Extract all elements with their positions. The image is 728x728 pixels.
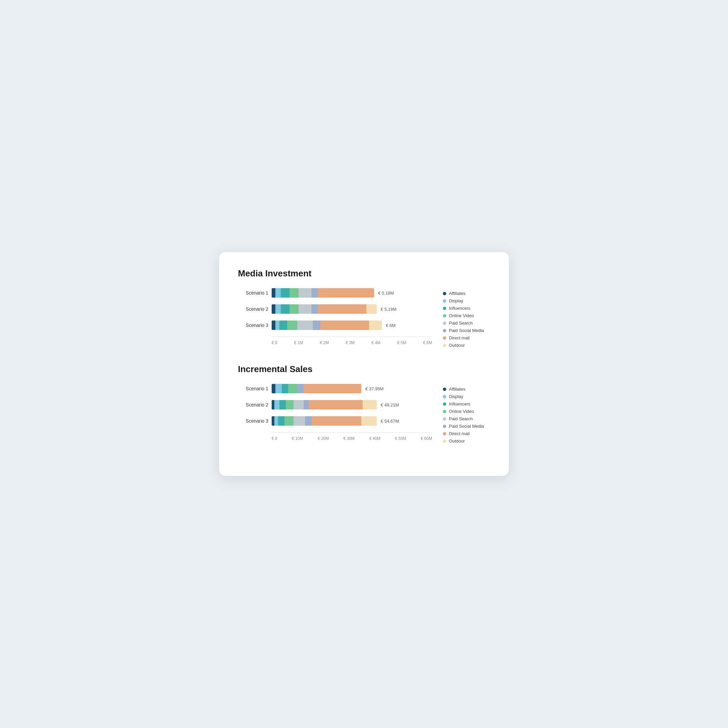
x-axis-label: € 50M	[395, 436, 406, 441]
legend-item: Affiliates	[443, 291, 490, 296]
bar-segment	[275, 304, 280, 314]
legend-label: Affiliates	[449, 387, 465, 392]
bar-segment	[304, 400, 309, 410]
bar-segment	[297, 384, 304, 393]
legend-dot	[443, 432, 446, 436]
stacked-bar	[272, 384, 361, 393]
bar-scenario-label: Scenario 1	[238, 290, 268, 295]
x-axis-label: € 0	[272, 340, 277, 345]
bar-segment	[289, 288, 298, 298]
bar-segment	[272, 304, 275, 314]
legend-item: Online Video	[443, 313, 490, 318]
x-axis-label: € 4M	[372, 340, 381, 345]
bar-scenario-label: Scenario 3	[238, 323, 268, 328]
media-investment-title: Media Investment	[238, 268, 490, 279]
incremental-sales-title: Incremental Sales	[238, 364, 490, 375]
x-axis-label: € 6M	[423, 340, 432, 345]
bar-segment	[318, 288, 374, 298]
bar-segment	[281, 288, 290, 298]
bar-wrapper: € 6M	[272, 321, 432, 330]
bar-segment	[362, 400, 377, 410]
x-axis-label: € 40M	[369, 436, 381, 441]
bar-segment	[275, 321, 279, 330]
legend-item: Direct mail	[443, 335, 490, 340]
bar-segment	[366, 304, 376, 314]
bar-segment	[320, 321, 369, 330]
legend-item: Paid Search	[443, 416, 490, 421]
legend-dot	[443, 292, 446, 295]
legend-label: Paid Search	[449, 321, 473, 326]
bar-segment	[282, 384, 288, 393]
bar-value-label: € 5,18M	[378, 291, 394, 295]
legend-item: Outdoor	[443, 439, 490, 444]
media-investment-chart-area: Scenario 1€ 5,18MScenario 2€ 5,18MScenar…	[238, 288, 490, 348]
legend-label: Outdoor	[449, 343, 465, 348]
bar-segment	[288, 384, 297, 393]
x-axis-label: € 3M	[346, 340, 355, 345]
legend-dot	[443, 439, 446, 443]
incremental-sales-chart-area: Scenario 1€ 37,95MScenario 2€ 49,21MScen…	[238, 384, 490, 444]
stacked-bar	[272, 416, 377, 426]
legend-label: Influencers	[449, 401, 471, 407]
x-axis-label: € 30M	[343, 436, 355, 441]
bar-segment	[304, 384, 361, 393]
bar-segment	[272, 416, 274, 426]
legend-dot	[443, 336, 446, 340]
legend-item: Direct mail	[443, 431, 490, 436]
stacked-bar	[272, 321, 382, 330]
bar-row: Scenario 3€ 6M	[238, 321, 432, 330]
stacked-bar	[272, 400, 377, 410]
bar-value-label: € 5,18M	[381, 307, 397, 312]
media-investment-bars: Scenario 1€ 5,18MScenario 2€ 5,18MScenar…	[238, 288, 432, 330]
bar-scenario-label: Scenario 2	[238, 306, 268, 312]
bar-segment	[313, 321, 321, 330]
bar-scenario-label: Scenario 3	[238, 418, 268, 424]
bar-segment	[279, 321, 287, 330]
stacked-bar	[272, 304, 377, 314]
legend-item: Paid Social Media	[443, 424, 490, 429]
bar-segment	[311, 304, 318, 314]
media-investment-legend: AffiliatesDisplayInfluencersOnline Video…	[443, 288, 490, 348]
legend-dot	[443, 307, 446, 310]
legend-dot	[443, 344, 446, 347]
legend-dot	[443, 402, 446, 406]
media-investment-section: Media Investment Scenario 1€ 5,18MScenar…	[238, 268, 490, 348]
bar-segment	[272, 400, 274, 410]
legend-item: Online Video	[443, 409, 490, 414]
bar-segment	[272, 321, 275, 330]
bar-segment	[294, 400, 304, 410]
bar-wrapper: € 49,21M	[272, 400, 432, 410]
legend-item: Influencers	[443, 401, 490, 407]
legend-dot	[443, 321, 446, 325]
bar-segment	[279, 400, 286, 410]
bar-segment	[286, 400, 294, 410]
legend-item: Paid Social Media	[443, 328, 490, 333]
legend-label: Direct mail	[449, 431, 470, 436]
legend-dot	[443, 425, 446, 428]
legend-label: Direct mail	[449, 335, 470, 340]
x-axis-label: € 5M	[398, 340, 407, 345]
legend-item: Paid Search	[443, 321, 490, 326]
legend-dot	[443, 314, 446, 318]
bar-segment	[298, 304, 311, 314]
bar-segment	[274, 400, 279, 410]
legend-label: Outdoor	[449, 439, 465, 444]
bar-segment	[311, 288, 318, 298]
bar-segment	[284, 416, 294, 426]
incremental-sales-legend: AffiliatesDisplayInfluencersOnline Video…	[443, 384, 490, 444]
incremental-sales-chart: Scenario 1€ 37,95MScenario 2€ 49,21MScen…	[238, 384, 432, 441]
legend-label: Paid Social Media	[449, 424, 484, 429]
bar-segment	[275, 288, 280, 298]
legend-item: Display	[443, 394, 490, 399]
incremental-sales-section: Incremental Sales Scenario 1€ 37,95MScen…	[238, 364, 490, 444]
bar-segment	[289, 304, 298, 314]
legend-item: Display	[443, 298, 490, 303]
x-axis-label: € 2M	[320, 340, 329, 345]
bar-value-label: € 49,21M	[381, 402, 399, 407]
bar-segment	[287, 321, 297, 330]
incremental-sales-xaxis: € 0€ 10M€ 20M€ 30M€ 40M€ 50M€ 60M	[272, 436, 432, 441]
bar-row: Scenario 2€ 49,21M	[238, 400, 432, 410]
legend-label: Influencers	[449, 306, 471, 311]
x-axis-label: € 60M	[421, 436, 432, 441]
legend-dot	[443, 395, 446, 398]
